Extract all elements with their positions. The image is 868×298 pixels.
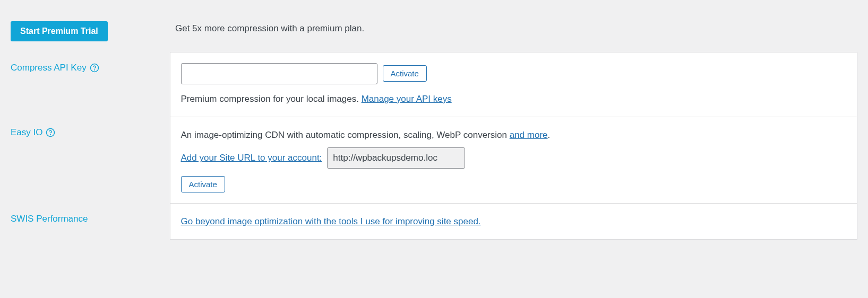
easy-io-desc-suffix: . — [548, 130, 551, 140]
compress-api-label: Compress API Key — [11, 63, 99, 73]
compress-api-row: Compress API Key Activate — [11, 52, 857, 117]
premium-trial-label-cell: Start Premium Trial — [11, 11, 170, 52]
premium-trial-desc-cell: Get 5x more compression with a premium p… — [170, 11, 857, 52]
easy-io-desc-prefix: An image-optimizing CDN with automatic c… — [181, 130, 510, 140]
easy-io-content-cell: An image-optimizing CDN with automatic c… — [170, 117, 857, 203]
svg-point-3 — [50, 135, 51, 135]
compress-api-activate-button[interactable]: Activate — [383, 65, 427, 82]
compress-api-desc-text: Premium compression for your local image… — [181, 94, 362, 104]
help-icon[interactable] — [46, 128, 55, 137]
easy-io-label: Easy IO — [11, 127, 55, 138]
swis-content-cell: Go beyond image optimization with the to… — [170, 203, 857, 239]
site-url-input[interactable] — [327, 147, 465, 169]
compress-api-content-cell: Activate Premium compression for your lo… — [170, 52, 857, 117]
compress-api-label-text: Compress API Key — [11, 63, 87, 73]
compress-api-input-row: Activate — [181, 63, 847, 84]
add-site-url-link[interactable]: Add your Site URL to your account: — [181, 151, 322, 165]
compress-api-label-cell: Compress API Key — [11, 52, 170, 117]
start-premium-trial-button[interactable]: Start Premium Trial — [11, 21, 108, 41]
easy-io-label-text: Easy IO — [11, 127, 42, 138]
swis-label-cell: SWIS Performance — [11, 203, 170, 239]
premium-trial-description: Get 5x more compression with a premium p… — [175, 23, 364, 33]
compress-api-key-input[interactable] — [181, 63, 377, 84]
compress-api-description: Premium compression for your local image… — [181, 92, 847, 106]
premium-trial-row: Start Premium Trial Get 5x more compress… — [11, 11, 857, 52]
svg-point-1 — [94, 69, 94, 70]
help-icon[interactable] — [90, 63, 99, 73]
easy-io-description: An image-optimizing CDN with automatic c… — [181, 128, 847, 142]
easy-io-row: Easy IO An image-optimizing CDN with aut… — [11, 117, 857, 203]
swis-row: SWIS Performance Go beyond image optimiz… — [11, 203, 857, 239]
easy-io-activate-button[interactable]: Activate — [181, 176, 225, 192]
easy-io-and-more-link[interactable]: and more — [510, 130, 548, 140]
easy-io-label-cell: Easy IO — [11, 117, 170, 203]
swis-label: SWIS Performance — [11, 214, 88, 224]
settings-table: Start Premium Trial Get 5x more compress… — [11, 11, 857, 240]
manage-api-keys-link[interactable]: Manage your API keys — [362, 94, 452, 104]
easy-io-activate-row: Activate — [181, 176, 847, 192]
swis-link[interactable]: Go beyond image optimization with the to… — [181, 216, 481, 226]
easy-io-site-url-row: Add your Site URL to your account: — [181, 147, 847, 169]
